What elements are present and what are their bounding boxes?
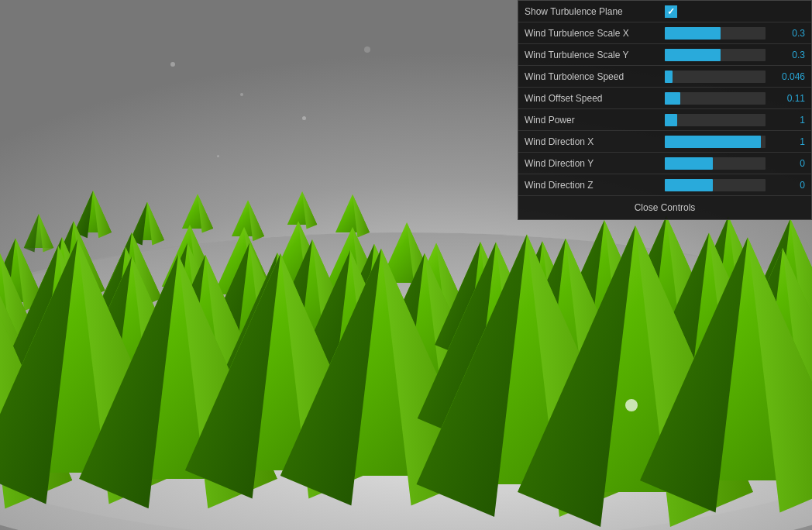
slider-area-wind-turbulence-scale-y[interactable] bbox=[665, 49, 766, 61]
label-wind-direction-x: Wind Direction X bbox=[525, 136, 660, 147]
control-row-wind-turbulence-scale-x[interactable]: Wind Turbulence Scale X0.3 bbox=[518, 22, 811, 44]
control-row-wind-direction-z[interactable]: Wind Direction Z0 bbox=[518, 174, 811, 196]
close-controls-label: Close Controls bbox=[635, 202, 696, 213]
slider-area-wind-direction-y[interactable] bbox=[665, 157, 766, 170]
control-row-wind-power[interactable]: Wind Power1 bbox=[518, 109, 811, 131]
label-wind-turbulence-scale-x: Wind Turbulence Scale X bbox=[525, 28, 660, 39]
slider-area-wind-turbolence-speed[interactable] bbox=[665, 71, 766, 83]
control-row-wind-offset-speed[interactable]: Wind Offset Speed0.11 bbox=[518, 88, 811, 109]
slider-fill-wind-turbulence-scale-x bbox=[665, 27, 721, 40]
checkbox-area-show-turbulence-plane[interactable]: ✓ bbox=[665, 5, 805, 18]
label-wind-turbolence-speed: Wind Turbolence Speed bbox=[525, 71, 660, 82]
checkbox-show-turbulence-plane[interactable]: ✓ bbox=[665, 5, 677, 18]
slider-area-wind-direction-x[interactable] bbox=[665, 136, 766, 148]
slider-area-wind-turbulence-scale-x[interactable] bbox=[665, 27, 766, 40]
slider-track-wind-turbulence-scale-x[interactable] bbox=[665, 27, 766, 40]
control-row-wind-direction-x[interactable]: Wind Direction X1 bbox=[518, 131, 811, 153]
slider-fill-wind-direction-z bbox=[665, 179, 713, 191]
slider-fill-wind-turbulence-scale-y bbox=[665, 49, 721, 61]
label-wind-direction-y: Wind Direction Y bbox=[525, 158, 660, 169]
slider-track-wind-direction-y[interactable] bbox=[665, 157, 766, 170]
label-show-turbulence-plane: Show Turbulence Plane bbox=[525, 6, 660, 17]
value-wind-direction-x: 1 bbox=[770, 136, 805, 147]
slider-fill-wind-direction-x bbox=[665, 136, 761, 148]
value-wind-turbulence-scale-y: 0.3 bbox=[770, 50, 805, 60]
control-row-wind-direction-y[interactable]: Wind Direction Y0 bbox=[518, 153, 811, 174]
value-wind-turbulence-scale-x: 0.3 bbox=[770, 28, 805, 39]
slider-fill-wind-power bbox=[665, 114, 677, 126]
slider-area-wind-power[interactable] bbox=[665, 114, 766, 126]
slider-area-wind-direction-z[interactable] bbox=[665, 179, 766, 191]
slider-track-wind-direction-z[interactable] bbox=[665, 179, 766, 191]
label-wind-power: Wind Power bbox=[525, 115, 660, 126]
value-wind-offset-speed: 0.11 bbox=[770, 93, 805, 104]
control-panel: Show Turbulence Plane✓Wind Turbulence Sc… bbox=[518, 0, 812, 220]
slider-fill-wind-offset-speed bbox=[665, 92, 680, 105]
value-wind-power: 1 bbox=[770, 115, 805, 126]
close-controls-button[interactable]: Close Controls bbox=[518, 196, 811, 219]
slider-track-wind-offset-speed[interactable] bbox=[665, 92, 766, 105]
label-wind-turbulence-scale-y: Wind Turbulence Scale Y bbox=[525, 50, 660, 60]
label-wind-direction-z: Wind Direction Z bbox=[525, 180, 660, 191]
control-row-wind-turbolence-speed[interactable]: Wind Turbolence Speed0.046 bbox=[518, 66, 811, 88]
slider-fill-wind-turbolence-speed bbox=[665, 71, 673, 83]
slider-track-wind-direction-x[interactable] bbox=[665, 136, 766, 148]
label-wind-offset-speed: Wind Offset Speed bbox=[525, 93, 660, 104]
slider-track-wind-power[interactable] bbox=[665, 114, 766, 126]
control-row-show-turbulence-plane[interactable]: Show Turbulence Plane✓ bbox=[518, 1, 811, 22]
slider-area-wind-offset-speed[interactable] bbox=[665, 92, 766, 105]
slider-track-wind-turbulence-scale-y[interactable] bbox=[665, 49, 766, 61]
control-row-wind-turbulence-scale-y[interactable]: Wind Turbulence Scale Y0.3 bbox=[518, 44, 811, 66]
slider-fill-wind-direction-y bbox=[665, 157, 713, 170]
slider-track-wind-turbolence-speed[interactable] bbox=[665, 71, 766, 83]
value-wind-direction-z: 0 bbox=[770, 180, 805, 191]
value-wind-turbolence-speed: 0.046 bbox=[770, 71, 805, 82]
ground-reflection bbox=[625, 399, 638, 411]
value-wind-direction-y: 0 bbox=[770, 158, 805, 169]
